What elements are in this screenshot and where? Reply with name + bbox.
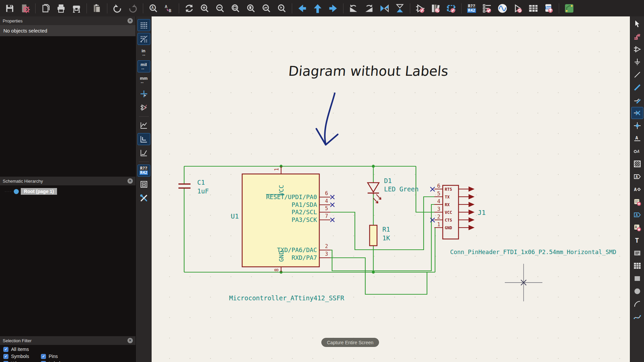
- annotation-arrow[interactable]: [316, 93, 338, 145]
- place-symbol-icon[interactable]: [631, 43, 643, 55]
- component-j1[interactable]: 6 5 4 3 2 1 RTS TX RX VCC CTS GND: [430, 183, 486, 239]
- import-sheet-pin-icon[interactable]: A: [631, 222, 643, 234]
- bus-entry-icon[interactable]: [631, 94, 643, 106]
- u1-footprint-label[interactable]: Microcontroller_ATtiny412_SSFR: [229, 294, 344, 302]
- wire-45-icon[interactable]: [138, 147, 150, 159]
- wire-free-angle-icon[interactable]: [138, 119, 150, 131]
- textbox-icon[interactable]: [631, 247, 643, 259]
- hierarchy-root-label[interactable]: Root (page 1): [21, 188, 57, 195]
- checkbox-checked-icon[interactable]: ✓: [3, 347, 8, 352]
- nav-up-icon[interactable]: [311, 2, 325, 15]
- bom-export-icon[interactable]: bom: [542, 2, 556, 15]
- zoom-fit-icon[interactable]: [228, 2, 243, 15]
- hierarchical-label-icon[interactable]: A: [631, 171, 643, 183]
- zoom-to-objects-icon[interactable]: [259, 2, 273, 15]
- highlight-net-icon[interactable]: [631, 31, 643, 43]
- component-r1[interactable]: R1 1K: [370, 225, 390, 246]
- component-c1[interactable]: C1 1uF: [178, 179, 209, 195]
- zoom-out-icon[interactable]: [213, 2, 227, 15]
- simulator-icon[interactable]: [495, 2, 509, 15]
- unit-mm-icon[interactable]: mm↔: [138, 74, 150, 86]
- arc-icon[interactable]: [631, 298, 643, 310]
- net-label-icon[interactable]: A: [631, 132, 643, 144]
- new-sheet-icon[interactable]: [39, 2, 53, 15]
- place-wire-icon[interactable]: [631, 69, 643, 81]
- junction-icon[interactable]: [631, 120, 643, 132]
- r1-ref[interactable]: R1: [382, 226, 390, 233]
- d1-value[interactable]: LED Green: [384, 185, 419, 193]
- no-connect-icon[interactable]: [631, 107, 643, 119]
- c1-value[interactable]: 1uF: [197, 187, 209, 195]
- rotate-cw-icon[interactable]: [362, 2, 376, 15]
- paste-icon[interactable]: [90, 2, 104, 15]
- nav-forward-icon[interactable]: [326, 2, 340, 15]
- u1-ref[interactable]: U1: [231, 212, 239, 220]
- symbol-editor-icon[interactable]: [413, 2, 427, 15]
- assign-footprints-icon[interactable]: [511, 2, 525, 15]
- hierarchy-close-icon[interactable]: ✕: [127, 178, 133, 184]
- select-cursor-icon[interactable]: [631, 18, 643, 30]
- j1-footprint-label[interactable]: Conn_PinHeader_FTDI_1x06_P2.54mm_Horizon…: [450, 249, 616, 255]
- sim-probe-icon[interactable]: [138, 102, 150, 114]
- checkbox-checked-icon[interactable]: ✓: [41, 361, 46, 362]
- print-icon[interactable]: [54, 2, 68, 15]
- bezier-icon[interactable]: [631, 311, 643, 323]
- netclass-directive-icon[interactable]: A: [631, 183, 643, 195]
- symbol-fields-table-icon[interactable]: [526, 2, 540, 15]
- checkbox-checked-icon[interactable]: ✓: [3, 361, 8, 362]
- pcb-editor-icon[interactable]: [562, 2, 576, 15]
- import-sheet-icon[interactable]: [631, 196, 643, 208]
- c1-ref[interactable]: C1: [197, 179, 205, 186]
- hierarchical-sheet-icon[interactable]: [631, 158, 643, 170]
- rotate-ccw-icon[interactable]: [346, 2, 361, 15]
- erc-icon[interactable]: [480, 2, 494, 15]
- zoom-to-selection-icon[interactable]: [275, 2, 289, 15]
- refresh-icon[interactable]: [182, 2, 196, 15]
- zoom-in-icon[interactable]: [198, 2, 212, 15]
- r1-value[interactable]: 1K: [382, 234, 390, 242]
- schematic-canvas[interactable]: Diagram without Labels: [152, 16, 630, 362]
- grid-dots-icon[interactable]: [138, 19, 150, 31]
- unit-inches-icon[interactable]: in↔: [138, 47, 150, 59]
- zoom-to-page-icon[interactable]: [244, 2, 258, 15]
- checkbox-checked-icon[interactable]: ✓: [41, 354, 46, 359]
- circle-icon[interactable]: [631, 285, 643, 297]
- global-label-icon[interactable]: A: [631, 145, 643, 157]
- rectangle-icon[interactable]: [631, 273, 643, 285]
- table-icon[interactable]: [631, 260, 643, 272]
- hierarchy-navigator-icon[interactable]: [138, 178, 150, 190]
- redo-icon[interactable]: [126, 2, 140, 15]
- filter-pins[interactable]: ✓ Pins: [41, 354, 58, 359]
- component-d1[interactable]: D1 LED Green: [368, 177, 419, 203]
- find-replace-icon[interactable]: AB: [162, 2, 176, 15]
- text-icon[interactable]: T: [631, 234, 643, 246]
- footprint-editor-icon[interactable]: [444, 2, 458, 15]
- filter-wires[interactable]: ✓ Wires: [3, 361, 23, 362]
- grid-override-icon[interactable]: [138, 33, 150, 45]
- capture-entire-screen-button[interactable]: Capture Entire Screen: [321, 338, 379, 347]
- mirror-v-icon[interactable]: [393, 2, 407, 15]
- j1-ref[interactable]: J1: [478, 208, 486, 217]
- selection-filter-close-icon[interactable]: ✕: [127, 338, 133, 343]
- hierarchy-root-item[interactable]: ···· Root (page 1): [5, 188, 57, 195]
- filter-all-items[interactable]: ✓ All items: [3, 347, 29, 352]
- filter-symbols[interactable]: ✓ Symbols: [3, 354, 29, 359]
- imported-hierarchical-label-icon[interactable]: A: [631, 209, 643, 221]
- schematic-setup-icon[interactable]: [18, 2, 32, 15]
- properties-close-icon[interactable]: ✕: [127, 18, 133, 23]
- save-icon[interactable]: [3, 2, 17, 15]
- wire-hv-icon[interactable]: [138, 133, 150, 145]
- place-power-icon[interactable]: [631, 56, 643, 68]
- d1-ref[interactable]: D1: [384, 177, 392, 184]
- annotate-icon[interactable]: R??R42: [465, 2, 479, 15]
- component-u1[interactable]: U1 VCC GND 1 8 RESET/UPDI/PA0 PA1/SDA PA…: [231, 166, 334, 272]
- cursor-shape-icon[interactable]: [138, 88, 150, 100]
- find-icon[interactable]: A: [146, 2, 160, 15]
- place-bus-icon[interactable]: [631, 81, 643, 94]
- library-browser-icon[interactable]: [429, 2, 443, 15]
- annotate-sidebar-icon[interactable]: R??R42: [138, 165, 150, 177]
- filter-labels[interactable]: ✓ Labels: [41, 361, 62, 362]
- unit-mils-icon[interactable]: mil↔: [138, 60, 150, 72]
- checkbox-checked-icon[interactable]: ✓: [3, 354, 8, 359]
- undo-icon[interactable]: [110, 2, 124, 15]
